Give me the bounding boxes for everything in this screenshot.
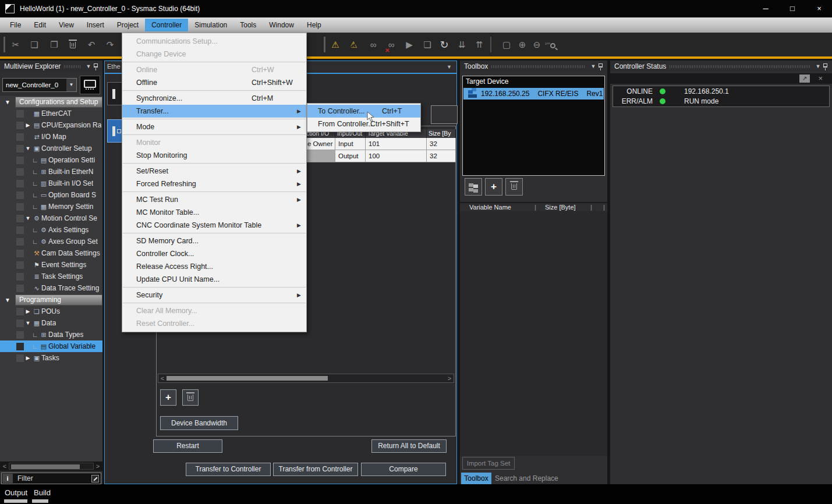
- scroll-right-icon[interactable]: >: [445, 374, 454, 382]
- cut-icon[interactable]: ✂: [8, 37, 23, 52]
- tab-build[interactable]: Build: [34, 488, 51, 497]
- tree-item-option-board-settings[interactable]: ∟▭Option Board S: [0, 189, 102, 201]
- menu-window[interactable]: Window: [263, 19, 300, 31]
- expander-icon[interactable]: ▼: [24, 215, 32, 221]
- tree-item-tasks[interactable]: ▶▣Tasks: [0, 352, 102, 364]
- tree-item-ethercat[interactable]: ▦EtherCAT: [0, 108, 102, 119]
- tab-search-and-replace[interactable]: Search and Replace: [495, 473, 607, 484]
- menu-insert[interactable]: Insert: [80, 19, 111, 31]
- expander-icon[interactable]: ▶: [24, 355, 32, 361]
- monitor-warning-icon[interactable]: ⚠: [328, 37, 343, 52]
- tree-item-data-trace-settings[interactable]: ∿Data Trace Setting: [0, 282, 102, 294]
- connection-tool-button-active[interactable]: [107, 119, 123, 143]
- add-connection-button[interactable]: +: [160, 389, 176, 406]
- menu-file[interactable]: File: [3, 19, 27, 31]
- copy-icon[interactable]: ❏: [27, 37, 42, 52]
- menu-item-forced-refreshing[interactable]: Forced Refreshing▶: [122, 178, 306, 190]
- tree-item-io-map[interactable]: ⇄I/O Map: [0, 131, 102, 143]
- menu-project[interactable]: Project: [111, 19, 145, 31]
- menu-item-set-reset[interactable]: Set/Reset▶: [122, 165, 306, 178]
- close-icon[interactable]: ×: [818, 74, 823, 83]
- column-separator[interactable]: |: [534, 204, 536, 211]
- controller-select[interactable]: new_Controller_0 ▼: [2, 78, 77, 92]
- tree-item-task-settings[interactable]: ≣Task Settings: [0, 271, 102, 282]
- menu-item-stop-monitoring[interactable]: Stop Monitoring: [122, 149, 306, 162]
- column-separator[interactable]: |: [603, 204, 605, 211]
- tree-item-global-variables[interactable]: ∟▤Global Variable: [0, 340, 102, 352]
- expander-icon[interactable]: ▼: [5, 99, 10, 105]
- chevron-down-icon[interactable]: ▼: [66, 79, 76, 91]
- menu-item-cnc-coordinate-monitor-table[interactable]: CNC Coordinate System Monitor Table▶: [122, 219, 306, 232]
- pin-icon[interactable]: [599, 63, 603, 68]
- submenu-item-from-controller[interactable]: From Controller...Ctrl+Shift+T: [307, 118, 420, 130]
- copy-stack-icon[interactable]: ❏: [420, 37, 435, 52]
- table-row[interactable]: e Owner Input 101 32: [305, 138, 456, 150]
- expander-icon[interactable]: ▼: [24, 145, 32, 151]
- menu-item-release-access-right[interactable]: Release Access Right...: [122, 260, 306, 273]
- tree-item-controller-setup[interactable]: ▼▣Controller Setup: [0, 143, 102, 154]
- panel-menu-icon[interactable]: ▼: [589, 63, 597, 69]
- tree-item-cpu-expansion-racks[interactable]: ▶▤CPU/Expansion Ra: [0, 119, 102, 131]
- partially-hidden-button[interactable]: [431, 105, 458, 124]
- transfer-to-controller-button[interactable]: Transfer to Controller: [186, 463, 271, 476]
- expander-icon[interactable]: ▼: [5, 297, 10, 303]
- scroll-thumb[interactable]: [167, 376, 328, 381]
- close-button[interactable]: ×: [806, 0, 832, 17]
- panel-menu-icon[interactable]: ▼: [814, 63, 822, 69]
- tree-item-event-settings[interactable]: ⚑Event Settings: [0, 259, 102, 271]
- delete-connection-button[interactable]: [182, 389, 199, 406]
- tree-item-builtin-ethernet-ip[interactable]: ∟⊞Built-in EtherN: [0, 166, 102, 178]
- tree-item-axes-group-settings[interactable]: ∟⚙Axes Group Set: [0, 236, 102, 247]
- tree-item-data[interactable]: ▼▦Data: [0, 317, 102, 329]
- delete-device-button[interactable]: [505, 178, 523, 196]
- filter-bar[interactable]: i Filter: [1, 473, 101, 484]
- zoom-100-icon[interactable]: ¹⁰⁰: [543, 37, 558, 52]
- expander-icon[interactable]: ▼: [24, 320, 32, 326]
- transfer-from-controller-icon[interactable]: ⇈: [472, 37, 487, 52]
- submenu-item-to-controller[interactable]: To Controller...Ctrl+T: [307, 105, 420, 118]
- connection-tool-button[interactable]: [107, 82, 123, 105]
- device-bandwidth-button[interactable]: Device Bandwidth: [160, 416, 238, 430]
- synchronize-icon[interactable]: ↻: [437, 37, 452, 52]
- menu-item-sd-memory-card[interactable]: SD Memory Card...: [122, 235, 306, 247]
- menu-tools[interactable]: Tools: [233, 19, 263, 31]
- panel-menu-icon[interactable]: ▼: [84, 63, 93, 69]
- tree-item-builtin-io-settings[interactable]: ∟▥Built-in I/O Set: [0, 178, 102, 189]
- delete-icon[interactable]: [65, 37, 80, 52]
- table-row[interactable]: Output 100 32: [305, 150, 456, 162]
- tree-item-pous[interactable]: ▶❏POUs: [0, 306, 102, 317]
- menu-simulation[interactable]: Simulation: [188, 19, 233, 31]
- monitor-warning-off-icon[interactable]: ⚠: [346, 37, 361, 52]
- maximize-button[interactable]: □: [779, 0, 806, 17]
- section-programming[interactable]: ▼ Programming: [0, 294, 102, 306]
- pin-icon[interactable]: [94, 63, 98, 68]
- zoom-in-icon[interactable]: ⊕: [515, 37, 530, 52]
- run-icon[interactable]: ▶: [402, 37, 417, 52]
- transfer-from-controller-button[interactable]: Transfer from Controller: [273, 463, 358, 476]
- transfer-to-controller-icon[interactable]: ⇊: [454, 37, 469, 52]
- redo-icon[interactable]: ↷: [102, 37, 118, 52]
- menu-controller[interactable]: Controller: [145, 19, 188, 31]
- controller-type-button[interactable]: [80, 76, 100, 94]
- return-all-to-default-button[interactable]: Return All to Default: [371, 439, 447, 453]
- scroll-thumb[interactable]: [11, 464, 80, 469]
- menu-item-offline[interactable]: OfflineCtrl+Shift+W: [122, 76, 306, 89]
- tab-ethernet-ip[interactable]: Ethe: [107, 63, 121, 70]
- stop-watch-icon[interactable]: ∞: [384, 37, 399, 52]
- paste-icon[interactable]: ❐: [47, 37, 62, 52]
- menu-item-transfer[interactable]: Transfer...▶: [122, 105, 306, 118]
- add-device-button[interactable]: +: [485, 178, 502, 196]
- scroll-right-icon[interactable]: >: [94, 462, 102, 470]
- pin-icon[interactable]: [823, 63, 827, 68]
- filter-pin-icon[interactable]: [91, 475, 99, 482]
- menu-item-update-cpu-unit-name[interactable]: Update CPU Unit Name...: [122, 273, 306, 286]
- restart-button[interactable]: Restart: [153, 439, 222, 453]
- import-tag-set-button[interactable]: Import Tag Set: [462, 457, 515, 470]
- table-hscrollbar[interactable]: < >: [158, 374, 454, 383]
- menu-item-controller-clock[interactable]: Controller Clock...: [122, 247, 306, 260]
- compare-button[interactable]: Compare: [361, 463, 446, 476]
- undo-icon[interactable]: ↶: [84, 37, 99, 52]
- tree-item-data-types[interactable]: ∟⊞Data Types: [0, 329, 102, 340]
- expand-icon[interactable]: ↗: [799, 74, 810, 83]
- menu-item-synchronize[interactable]: Synchronize...Ctrl+M: [122, 92, 306, 105]
